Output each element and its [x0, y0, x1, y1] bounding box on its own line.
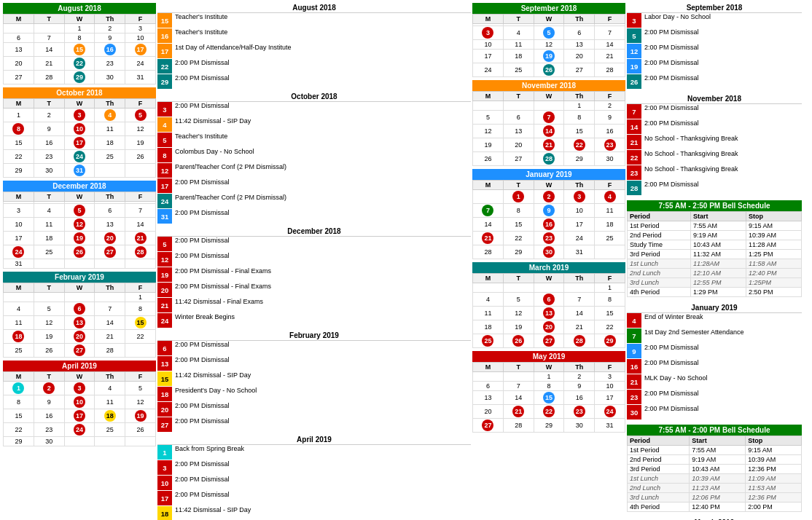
event-text: 11:42 Dismissal - Final Exams: [175, 298, 263, 307]
cal-mar2019-header: March 2019: [472, 262, 625, 273]
bell-start: 11:28AM: [690, 259, 746, 269]
bell-col-stop: Stop: [746, 436, 802, 446]
right-info: September 2018 3 Labor Day - No School 5…: [627, 3, 802, 520]
event-badge: 16: [157, 28, 172, 43]
right-calendars: September 2018 MTWThF 3 4 5 67 101112131…: [472, 3, 625, 520]
bell-col-start: Start: [690, 212, 746, 221]
left-calendars: August 2018 MTWThF 1 2 3 6 7 8 9 10: [3, 3, 156, 520]
event-badge: 21: [627, 374, 641, 389]
event-row: 27 2:00 PM Dismissal: [157, 417, 471, 432]
events-aug-header: August 2018: [157, 3, 471, 13]
bell-row: Study Time 10:43 AM 11:28 AM: [628, 240, 802, 250]
cal-cell: [34, 24, 64, 34]
event-row: 21 No School - Thanksgiving Break: [627, 135, 802, 149]
cal-cell: 6: [4, 34, 34, 43]
event-text: No School - Thanksgiving Break: [644, 150, 738, 159]
event-row: 23 No School - Thanksgiving Break: [627, 165, 802, 180]
event-text: 2:00 PM Dismissal: [175, 476, 230, 484]
cal-cell: 24: [125, 57, 156, 71]
event-badge: 17: [157, 178, 172, 193]
bell-start: 12:06 PM: [690, 493, 746, 503]
bell-stop: 11:58 AM: [746, 259, 801, 269]
event-row: 18 President's Day - No School: [157, 387, 471, 401]
event-row: 15 11:42 Dismissal - SIP Day: [157, 371, 471, 386]
event-badge: 5: [157, 237, 172, 251]
cal-cell: 23: [95, 57, 125, 71]
cal-sep2018-table: MTWThF 3 4 5 67 1011121314 1718 19 2021: [472, 14, 625, 77]
cal-cell: 15: [64, 43, 95, 57]
bell-period: 2nd Period: [628, 455, 690, 465]
cal-cell: 10: [125, 34, 156, 43]
event-badge: 7: [627, 328, 641, 343]
cal-apr2019-table: MTWThF 1 2 3 45 89 10 1112 1516 17 18 19: [3, 371, 156, 446]
event-text: 2:00 PM Dismissal - Final Exams: [175, 283, 271, 291]
event-text: 2:00 PM Dismissal: [175, 178, 230, 187]
bell-stop: 11:28 AM: [746, 240, 801, 250]
event-badge: 24: [157, 313, 172, 328]
event-row: 15 Teacher's Institute: [157, 13, 471, 28]
bell-start: 12:55 PM: [690, 278, 746, 288]
event-row: 5 2:00 PM Dismissal: [157, 237, 471, 251]
event-row: 16 2:00 PM Dismissal: [627, 359, 802, 374]
event-row: 31 2:00 PM Dismissal: [157, 209, 471, 224]
cal-feb2019: February 2019 MTWThF 1 45 6 78 1112 13 1…: [3, 272, 156, 358]
bell-period: 2nd Lunch: [628, 269, 691, 278]
bell-period: 1st Period: [628, 221, 691, 231]
bell-stop: 12:36 PM: [746, 493, 802, 503]
events-aug: August 2018 15 Teacher's Institute 16 Te…: [157, 3, 471, 89]
event-row: 22 2:00 PM Dismissal: [157, 59, 471, 74]
bell-stop: 12:36 PM: [746, 465, 802, 474]
event-badge: 22: [157, 59, 172, 74]
event-text: 2:00 PM Dismissal: [644, 119, 699, 128]
bell-start: 10:39 AM: [690, 474, 746, 484]
cal-sep2018-header: September 2018: [472, 3, 625, 14]
cal-cell: 7: [34, 34, 64, 43]
event-row: 4 11:42 Dismissal - SIP Day: [157, 117, 471, 132]
event-row: 30 2:00 PM Dismissal: [627, 405, 802, 419]
cal-nov2018: November 2018 MTWThF 12 56 7 89 1213 14 …: [472, 80, 625, 166]
event-text: 2:00 PM Dismissal: [175, 417, 230, 426]
event-row: 12 2:00 PM Dismissal: [627, 44, 802, 58]
cal-cell: [4, 24, 34, 34]
event-row: 13 2:00 PM Dismissal: [157, 356, 471, 371]
cal-aug2018-table: MTWThF 1 2 3 6 7 8 9 10 13 14: [3, 14, 156, 84]
cal-sep2018: September 2018 MTWThF 3 4 5 67 101112131…: [472, 3, 625, 77]
event-badge: 28: [627, 181, 641, 195]
bell-period: 3rd Period: [628, 465, 690, 474]
events-feb-header: February 2019: [157, 331, 471, 341]
event-row: 20 2:00 PM Dismissal: [157, 402, 471, 417]
bell-start: 11:23 AM: [690, 484, 746, 493]
event-badge: 19: [157, 267, 172, 282]
bell-start: 11:32 AM: [690, 250, 746, 259]
bell-start: 12:40 PM: [690, 503, 746, 512]
event-text: Colombus Day - No School: [175, 148, 254, 157]
event-badge: 17: [157, 44, 172, 58]
cal-cell: 20: [4, 57, 34, 71]
cal-may2019-table: MTWThF 123 678910 1314 15 1617 20 21 22 …: [472, 362, 625, 433]
event-text: 1st Day 2nd Semester Attendance: [644, 328, 744, 337]
event-badge: 21: [157, 298, 172, 312]
event-text: 11:42 Dismissal - SIP Day: [175, 371, 251, 380]
cal-cell: 2: [95, 24, 125, 34]
event-row: 29 2:00 PM Dismissal: [157, 74, 471, 89]
cal-mar2019-table: MTWThF 1 45 6 78 1112 13 1415 1819 20 21…: [472, 273, 625, 348]
event-row: 23 2:00 PM Dismissal: [627, 390, 802, 404]
event-badge: 6: [157, 341, 172, 355]
cal-nov2018-table: MTWThF 12 56 7 89 1213 14 1516 1920 21 2…: [472, 91, 625, 166]
bell-stop: 1:25 PM: [746, 250, 801, 259]
cal-dec2018-header: December 2018: [3, 181, 156, 192]
event-text: Parent/Teacher Conf (2 PM Dismissal): [175, 194, 286, 202]
bell-start: 1:29 PM: [690, 288, 746, 297]
event-badge: 22: [627, 150, 641, 165]
bell-start: 10:43 AM: [690, 465, 746, 474]
cal-oct2018-header: October 2018: [3, 87, 156, 98]
cal-mar2019: March 2019 MTWThF 1 45 6 78 1112 13 1415…: [472, 262, 625, 348]
cal-cell: 30: [95, 71, 125, 84]
bell-stop: 1:25PM: [746, 278, 801, 288]
cal-cell: 8: [64, 34, 95, 43]
bell-stop: 11:53 AM: [746, 484, 802, 493]
cal-jan2019: January 2019 MTWThF 1 2 3 4 7 8 9 1011: [472, 169, 625, 259]
cal-cell: 9: [95, 34, 125, 43]
event-text: End of Winter Break: [644, 313, 703, 322]
bell-stop: 10:39 AM: [746, 455, 802, 465]
